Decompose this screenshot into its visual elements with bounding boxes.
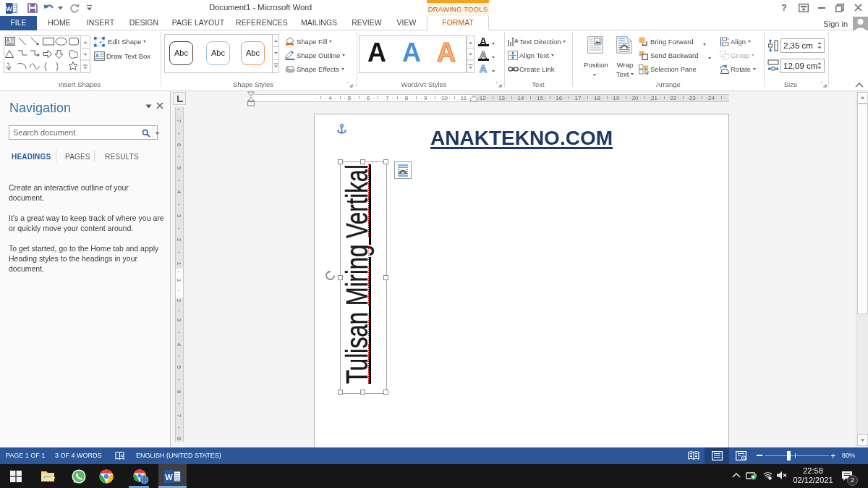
svg-text:A: A <box>95 53 99 58</box>
svg-text:W: W <box>6 5 12 12</box>
svg-text:A: A <box>7 38 10 43</box>
svg-text:A: A <box>514 38 518 44</box>
svg-text:W: W <box>165 473 173 481</box>
